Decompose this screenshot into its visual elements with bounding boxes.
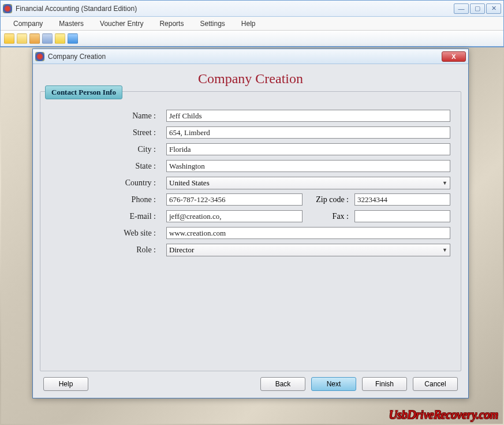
grid-icon[interactable] <box>29 33 40 44</box>
dialog-button-row: Help Back Next Finish Cancel <box>40 371 461 391</box>
fax-field[interactable] <box>354 210 450 222</box>
menubar: Company Masters Voucher Entry Reports Se… <box>1 17 503 31</box>
contact-person-panel: Contact Person Info Name : Street : City… <box>40 91 461 371</box>
label-role: Role : <box>51 245 166 255</box>
tag-icon[interactable] <box>55 33 65 44</box>
state-field[interactable] <box>166 160 450 172</box>
label-email: E-mail : <box>51 212 166 221</box>
country-select[interactable]: United States ▼ <box>166 177 450 189</box>
chevron-down-icon: ▼ <box>442 180 447 186</box>
toolbar <box>1 31 503 47</box>
menu-masters[interactable]: Masters <box>51 18 92 29</box>
dialog-titlebar: Company Creation X <box>33 49 468 64</box>
next-button[interactable]: Next <box>311 377 356 391</box>
app-icon <box>3 4 12 13</box>
label-name: Name : <box>51 111 166 121</box>
email-field[interactable] <box>166 210 303 222</box>
label-phone: Phone : <box>51 195 166 204</box>
tab-contact-person-info[interactable]: Contact Person Info <box>45 85 122 99</box>
folder-icon[interactable] <box>4 33 14 44</box>
website-field[interactable] <box>166 227 450 239</box>
maximize-button[interactable]: ▢ <box>470 3 485 14</box>
cancel-button[interactable]: Cancel <box>413 377 458 391</box>
street-field[interactable] <box>166 126 450 139</box>
role-select[interactable]: Director ▼ <box>166 244 450 256</box>
company-creation-dialog: Company Creation X Company Creation Cont… <box>32 49 469 398</box>
main-titlebar: Financial Accounting (Standard Edition) … <box>1 1 503 17</box>
name-field[interactable] <box>166 110 450 122</box>
dialog-icon <box>35 52 44 61</box>
menu-voucher-entry[interactable]: Voucher Entry <box>92 18 151 29</box>
label-city: City : <box>51 145 166 154</box>
menu-settings[interactable]: Settings <box>192 18 233 29</box>
label-fax: Fax : <box>303 212 354 221</box>
main-window: Financial Accounting (Standard Edition) … <box>0 0 504 47</box>
menu-reports[interactable]: Reports <box>151 18 192 29</box>
role-value: Director <box>169 245 194 255</box>
label-website: Web site : <box>51 229 166 238</box>
app-title: Financial Accounting (Standard Edition) <box>16 5 454 13</box>
dialog-title: Company Creation <box>48 53 442 61</box>
label-state: State : <box>51 162 166 171</box>
menu-help[interactable]: Help <box>233 18 264 29</box>
back-button[interactable]: Back <box>260 377 305 391</box>
zip-field[interactable] <box>354 193 450 206</box>
window-controls: — ▢ ✕ <box>454 3 501 14</box>
label-street: Street : <box>51 128 166 137</box>
edit-icon[interactable] <box>17 33 27 44</box>
watermark: UsbDriveRecovery.com <box>389 408 498 422</box>
phone-field[interactable] <box>166 193 303 206</box>
chevron-down-icon: ▼ <box>442 247 447 253</box>
close-button[interactable]: ✕ <box>486 3 501 14</box>
minimize-button[interactable]: — <box>454 3 469 14</box>
dialog-close-button[interactable]: X <box>442 51 466 62</box>
country-value: United States <box>169 178 210 188</box>
help-button[interactable]: Help <box>43 377 88 391</box>
chart-icon[interactable] <box>42 33 53 44</box>
city-field[interactable] <box>166 143 450 155</box>
menu-company[interactable]: Company <box>5 18 51 29</box>
blue-panel-icon[interactable] <box>68 33 78 44</box>
finish-button[interactable]: Finish <box>362 377 407 391</box>
dialog-body: Company Creation Contact Person Info Nam… <box>33 64 468 398</box>
label-zip: Zip code : <box>303 195 354 204</box>
label-country: Country : <box>51 178 166 188</box>
